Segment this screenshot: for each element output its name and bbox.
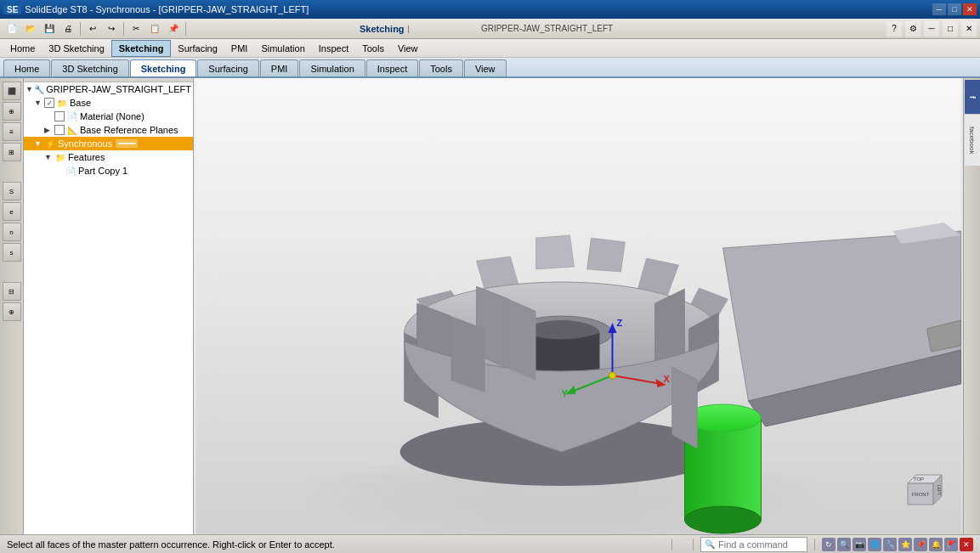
svg-text:Z: Z — [617, 318, 623, 328]
find-command-input[interactable] — [718, 539, 803, 550]
tab-surfacing[interactable]: Surfacing — [197, 59, 258, 76]
title-left: SE SolidEdge ST8 - Synchronous - [GRIPPE… — [3, 4, 309, 14]
status-icon-camera[interactable]: 📷 — [853, 538, 866, 551]
tab-sketching[interactable]: Sketching — [130, 59, 197, 76]
tab-view[interactable]: View — [464, 59, 507, 76]
facebook-tab[interactable]: f — [965, 80, 980, 114]
tree-expand-root[interactable]: ▼ — [25, 85, 34, 93]
status-icon-world[interactable]: 🌐 — [868, 538, 881, 551]
qa-undo-button[interactable]: ↩ — [84, 20, 101, 37]
tree-expand-features[interactable]: ▼ — [44, 153, 54, 161]
tab-3d-sketching[interactable]: 3D Sketching — [51, 59, 128, 76]
tree-item-material[interactable]: 📄 Material (None) — [24, 110, 193, 123]
qa-new-button[interactable]: 📄 — [3, 20, 20, 37]
qa-save-button[interactable]: 💾 — [41, 20, 58, 37]
qa-redo-button[interactable]: ↪ — [103, 20, 120, 37]
tree-check-base-ref[interactable] — [54, 125, 65, 135]
sidebar-btn-7[interactable]: n — [3, 223, 21, 241]
tab-tools[interactable]: Tools — [419, 59, 463, 76]
tree-label-features: Features — [68, 152, 105, 162]
sidebar-btn-6[interactable]: e — [3, 202, 21, 221]
sidebar-btn-10[interactable]: ⊕ — [3, 302, 21, 321]
tree-item-synchronous[interactable]: ▼ ⚡ Synchronous ━━━━ — [24, 137, 193, 150]
sketching-label: Sketching — [360, 24, 405, 34]
tb-min-button[interactable]: ─ — [924, 21, 939, 37]
tree-label-root: GRIPPER-JAW_STRAIGHT_LEFT — [46, 84, 191, 94]
sidebar-btn-8[interactable]: s — [3, 243, 21, 262]
status-sep1 — [671, 539, 672, 550]
tree-item-features[interactable]: ▼ 📁 Features — [24, 150, 193, 164]
tree-expand-synchronous[interactable]: ▼ — [34, 139, 44, 148]
status-icon-pin[interactable]: 📌 — [914, 538, 927, 551]
status-icon-tools[interactable]: 🔧 — [883, 538, 897, 551]
options-button[interactable]: ⚙ — [905, 21, 921, 37]
svg-text:TOP: TOP — [914, 477, 924, 482]
tree-icon-synchronous: ⚡ — [44, 138, 56, 150]
tree-check-material[interactable] — [54, 111, 65, 121]
tree-item-base[interactable]: ▼ 📁 Base — [24, 96, 193, 110]
tb-max-button[interactable]: □ — [943, 21, 958, 37]
tree-icon-root: 🔧 — [34, 83, 44, 95]
tree-item-base-ref[interactable]: ▶ 📐 Base Reference Planes — [24, 123, 193, 137]
right-sidebar: f facebook — [963, 78, 980, 534]
menu-surfacing[interactable]: Surfacing — [171, 40, 224, 57]
sidebar-btn-2[interactable]: ⊕ — [3, 102, 21, 121]
tree-label-partcopy: Part Copy 1 — [78, 166, 127, 176]
tree-check-base[interactable] — [44, 98, 54, 108]
menu-view[interactable]: View — [391, 40, 425, 57]
part-name-label: GRIPPER-JAW_STRAIGHT_LEFT — [481, 24, 613, 33]
tree-label-synchronous: Synchronous — [58, 138, 112, 149]
status-icon-close[interactable]: ✕ — [960, 538, 973, 551]
svg-point-8 — [685, 506, 762, 533]
menu-simulation[interactable]: Simulation — [254, 40, 311, 57]
feature-tree-panel: ▼ 🔧 GRIPPER-JAW_STRAIGHT_LEFT ▼ 📁 Base 📄… — [24, 78, 194, 534]
search-icon: 🔍 — [705, 539, 715, 549]
quick-access-toolbar: 📄 📂 💾 🖨 ↩ ↪ ✂ 📋 📌 Sketching | GRIPPER-JA… — [0, 19, 980, 39]
tb-close-button[interactable]: ✕ — [961, 21, 977, 37]
tree-label-base: Base — [70, 98, 91, 108]
tab-pmi[interactable]: PMI — [260, 59, 299, 76]
sidebar-btn-1[interactable]: ⬛ — [3, 82, 21, 100]
svg-text:LEFT: LEFT — [937, 485, 942, 495]
nav-cube[interactable]: TOP FRONT LEFT — [895, 466, 946, 517]
tab-simulation[interactable]: Simulation — [299, 59, 365, 76]
qa-copy-button[interactable]: 📋 — [146, 20, 163, 37]
status-icon-flag[interactable]: 🚩 — [944, 538, 958, 551]
tree-icon-features: 📁 — [54, 151, 66, 163]
svg-text:FRONT: FRONT — [912, 492, 930, 497]
status-icon-search[interactable]: 🔍 — [837, 538, 851, 551]
menu-tools[interactable]: Tools — [355, 40, 391, 57]
sidebar-btn-5[interactable]: S — [3, 182, 21, 200]
find-command-area[interactable]: 🔍 — [700, 537, 807, 552]
tree-item-partcopy[interactable]: 📄 Part Copy 1 — [24, 164, 193, 178]
menu-inspect[interactable]: Inspect — [312, 40, 355, 57]
menu-pmi[interactable]: PMI — [224, 40, 255, 57]
window-controls: ─ □ ✕ — [932, 3, 977, 15]
help-button[interactable]: ? — [887, 21, 902, 37]
qa-cut-button[interactable]: ✂ — [127, 20, 144, 37]
close-button[interactable]: ✕ — [963, 3, 977, 15]
tree-expand-base-ref[interactable]: ▶ — [44, 126, 54, 134]
qa-sep3 — [185, 22, 186, 36]
qa-paste-button[interactable]: 📌 — [165, 20, 182, 37]
sidebar-btn-9[interactable]: ⊟ — [3, 282, 21, 301]
status-icon-refresh[interactable]: ↻ — [822, 538, 836, 551]
sidebar-btn-4[interactable]: ⊞ — [3, 143, 21, 161]
maximize-button[interactable]: □ — [948, 3, 961, 15]
qa-print-button[interactable]: 🖨 — [59, 20, 76, 37]
menu-3d-sketching[interactable]: 3D Sketching — [42, 40, 110, 57]
tree-root[interactable]: ▼ 🔧 GRIPPER-JAW_STRAIGHT_LEFT — [24, 82, 193, 96]
tab-home[interactable]: Home — [3, 59, 50, 76]
scene-svg: Z X Y — [194, 78, 963, 534]
tree-expand-base[interactable]: ▼ — [34, 99, 44, 107]
tab-inspect[interactable]: Inspect — [366, 59, 418, 76]
viewport[interactable]: Z X Y TOP FRONT — [194, 78, 963, 534]
social-tab[interactable]: facebook — [965, 115, 980, 166]
sidebar-btn-3[interactable]: ≡ — [3, 122, 21, 141]
menu-home[interactable]: Home — [3, 40, 42, 57]
menu-sketching[interactable]: Sketching — [111, 40, 172, 57]
minimize-button[interactable]: ─ — [932, 3, 946, 15]
status-icon-bell[interactable]: 🔔 — [929, 538, 943, 551]
qa-open-button[interactable]: 📂 — [22, 20, 39, 37]
status-icon-star[interactable]: ⭐ — [898, 538, 912, 551]
